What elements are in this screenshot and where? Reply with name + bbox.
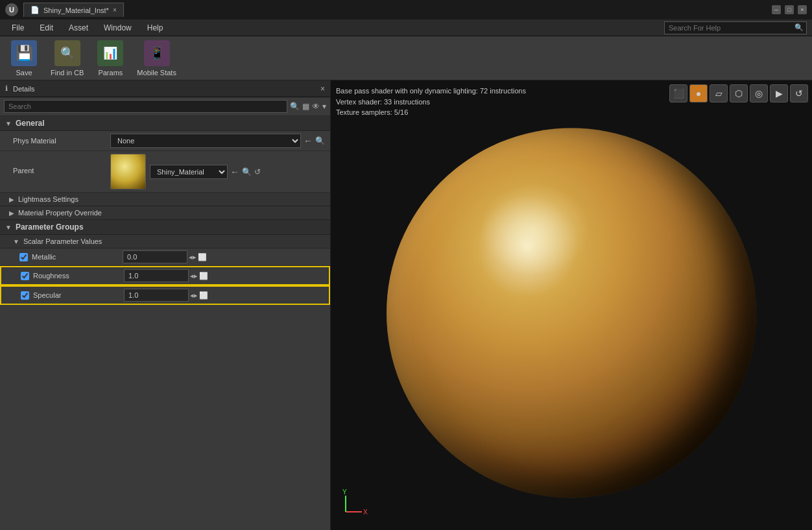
specular-checkbox[interactable] [21, 291, 29, 300]
details-panel-header: ℹ Details × [0, 80, 330, 97]
material-prop-arrow-icon: ▶ [9, 210, 14, 217]
find-in-cb-button[interactable]: 🔍 Find in CB [51, 40, 84, 77]
roughness-value-row: ◂▸ ⬜ [124, 269, 208, 282]
param-groups-arrow-icon: ▼ [5, 224, 12, 231]
svg-text:X: X [363, 509, 368, 516]
parent-material-dropdown[interactable]: Shiny_Material [150, 165, 228, 179]
main-tab[interactable]: 📄 Shiny_Material_Inst* × [23, 3, 124, 17]
material-sphere-preview [387, 128, 756, 498]
menu-bar: File Edit Asset Window Help 🔍 [0, 19, 812, 36]
metallic-label: Metallic [32, 253, 123, 261]
lightmass-header[interactable]: ▶ Lightmass Settings [0, 193, 330, 206]
material-prop-title: Material Property Override [18, 209, 102, 217]
metallic-input[interactable] [123, 250, 187, 263]
param-row-specular: Specular ◂▸ ⬜ [0, 285, 330, 305]
viewport-axis-indicator: X Y [342, 489, 372, 518]
mobile-stats-icon: 📱 [144, 40, 170, 66]
phys-material-row: Phys Material None ← 🔍 [0, 131, 330, 151]
phys-material-browse-btn[interactable]: 🔍 [315, 136, 325, 145]
scalar-params-header[interactable]: ▼ Scalar Parameter Values [0, 235, 330, 248]
save-button[interactable]: 💾 Save [8, 40, 40, 77]
parent-label: Parent [13, 154, 110, 175]
help-search-icon[interactable]: 🔍 [792, 23, 806, 32]
menu-file[interactable]: File [5, 22, 30, 34]
details-panel: ℹ Details × 🔍 ▦ 👁 ▾ ▼ General Phys Mater… [0, 80, 331, 530]
details-search-icon[interactable]: 🔍 [290, 102, 300, 111]
details-eye-icon[interactable]: 👁 [312, 102, 320, 111]
vp-cube-btn[interactable]: ⬛ [669, 84, 687, 102]
viewport-toolbar: ⬛ ● ▱ ⬡ ◎ ▶ ↺ [669, 84, 808, 102]
parent-browse-btn[interactable]: 🔍 [242, 167, 252, 176]
vp-realtime-btn[interactable]: ▶ [770, 84, 788, 102]
material-prop-override-header[interactable]: ▶ Material Property Override [0, 206, 330, 219]
details-grid-icon[interactable]: ▦ [302, 102, 309, 111]
lightmass-section: ▶ Lightmass Settings [0, 193, 330, 206]
viewport-info-line2: Vertex shader: 33 instructions [336, 97, 526, 108]
parent-reset-btn[interactable]: ← [230, 167, 239, 177]
help-search-bar: 🔍 [664, 21, 807, 34]
specular-slider-icon[interactable]: ◂▸ [190, 291, 198, 300]
vp-preview-btn[interactable]: ◎ [750, 84, 768, 102]
metallic-reset-btn[interactable]: ⬜ [198, 253, 207, 261]
general-section-title: General [16, 119, 45, 128]
tab-close-btn[interactable]: × [113, 6, 117, 14]
vp-sphere-btn[interactable]: ● [689, 84, 708, 102]
general-section-header[interactable]: ▼ General [0, 116, 330, 131]
roughness-input[interactable] [124, 269, 189, 282]
parent-name-row: Shiny_Material ← 🔍 ↺ [150, 165, 261, 179]
save-icon: 💾 [11, 40, 37, 66]
vp-refresh-btn[interactable]: ↺ [790, 84, 808, 102]
details-options-icon[interactable]: ▾ [322, 102, 326, 111]
specular-reset-btn[interactable]: ⬜ [199, 291, 208, 300]
specular-input[interactable] [124, 289, 189, 302]
parent-value: Shiny_Material ← 🔍 ↺ [110, 154, 325, 189]
ue-logo: U [5, 3, 18, 16]
param-groups-title: Parameter Groups [16, 223, 84, 232]
maximize-btn[interactable]: □ [785, 5, 794, 14]
phys-material-reset-btn[interactable]: ← [304, 136, 313, 146]
details-content: ▼ General Phys Material None ← 🔍 Parent [0, 116, 330, 530]
menu-help[interactable]: Help [141, 22, 170, 34]
svg-text:Y: Y [342, 489, 347, 496]
param-row-metallic: Metallic ◂▸ ⬜ [0, 248, 330, 266]
roughness-slider-icon[interactable]: ◂▸ [190, 272, 198, 280]
help-search-input[interactable] [665, 24, 792, 32]
vp-cylinder-btn[interactable]: ⬡ [730, 84, 748, 102]
mobile-stats-button[interactable]: 📱 Mobile Stats [137, 40, 176, 77]
main-layout: ℹ Details × 🔍 ▦ 👁 ▾ ▼ General Phys Mater… [0, 80, 812, 530]
viewport-info: Base pass shader with only dynamic light… [336, 86, 526, 118]
parent-row: Parent Shiny_Material ← 🔍 ↺ [0, 151, 330, 193]
viewport-info-line3: Texture samplers: 5/16 [336, 107, 526, 118]
specular-value-row: ◂▸ ⬜ [124, 289, 208, 302]
menu-edit[interactable]: Edit [33, 22, 60, 34]
minimize-btn[interactable]: ─ [772, 5, 781, 14]
window-controls: ─ □ × [772, 5, 807, 14]
phys-material-dropdown[interactable]: None [110, 134, 301, 148]
roughness-checkbox[interactable] [21, 272, 29, 280]
roughness-reset-btn[interactable]: ⬜ [199, 272, 208, 280]
details-search-input[interactable] [4, 100, 287, 113]
metallic-slider-icon[interactable]: ◂▸ [189, 253, 197, 261]
phys-material-label: Phys Material [13, 137, 110, 145]
roughness-label: Roughness [33, 272, 124, 280]
find-in-cb-label: Find in CB [51, 69, 84, 77]
metallic-checkbox[interactable] [19, 253, 28, 261]
details-info-icon: ℹ [5, 84, 8, 93]
sphere-mesh [387, 128, 756, 498]
param-row-roughness: Roughness ◂▸ ⬜ [0, 266, 330, 285]
details-panel-close[interactable]: × [320, 84, 325, 93]
close-btn[interactable]: × [798, 5, 807, 14]
params-icon: 📊 [97, 40, 123, 66]
parent-revert-btn[interactable]: ↺ [254, 167, 261, 176]
vp-plane-btn[interactable]: ▱ [710, 84, 728, 102]
params-label: Params [98, 69, 123, 77]
lightmass-title: Lightmass Settings [18, 195, 78, 203]
parent-controls: Shiny_Material ← 🔍 ↺ [150, 165, 261, 179]
parent-thumbnail [110, 154, 146, 189]
details-panel-title: Details [13, 85, 315, 93]
parameter-groups-header[interactable]: ▼ Parameter Groups [0, 220, 330, 235]
scalar-arrow-icon: ▼ [13, 238, 19, 245]
menu-asset[interactable]: Asset [62, 22, 95, 34]
params-button[interactable]: 📊 Params [94, 40, 126, 77]
menu-window[interactable]: Window [97, 22, 138, 34]
